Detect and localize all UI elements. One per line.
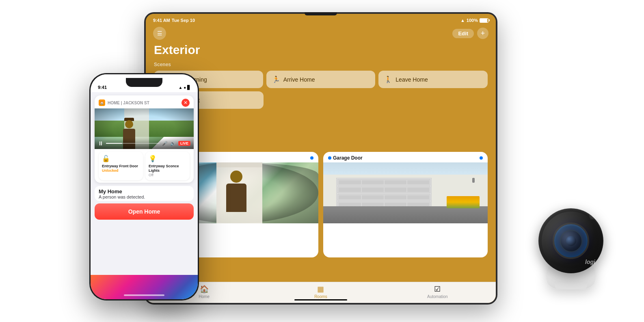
pause-icon: ⏸ bbox=[98, 140, 104, 147]
alert-section: My Home A person was detected. bbox=[95, 186, 194, 201]
person-head bbox=[230, 171, 242, 183]
statusbar-right: ▲ 100% bbox=[460, 18, 488, 23]
tab-home-icon: 🏠 bbox=[200, 285, 209, 294]
lock-tile[interactable]: 🔓 Entryway Front Door Unlocked bbox=[99, 151, 143, 180]
progress-fill bbox=[106, 143, 122, 144]
camera-lens-center bbox=[566, 236, 576, 246]
edit-button[interactable]: Edit bbox=[452, 29, 474, 38]
camera-lens-outer bbox=[553, 223, 589, 259]
open-home-section: Open Home bbox=[91, 203, 198, 223]
statusbar-time: 9:41 AM bbox=[153, 18, 170, 23]
tablet-toolbar: ☰ Edit + bbox=[146, 25, 496, 43]
app-icon: 🏠 bbox=[99, 99, 105, 106]
garage-feed-bg bbox=[323, 162, 488, 223]
close-notification-button[interactable]: ✕ bbox=[182, 99, 190, 107]
doorbell-person bbox=[222, 171, 251, 223]
progress-bar bbox=[106, 143, 160, 144]
camera-device: logi bbox=[538, 216, 603, 290]
feed-controls: ⏸ 🎤 🔊 LIVE bbox=[95, 138, 194, 149]
garage-camera-label: Garage Door bbox=[333, 155, 363, 161]
tablet-statusbar: 9:41 AM Tue Sep 10 ▲ 100% bbox=[146, 14, 496, 25]
toolbar-right: Edit + bbox=[452, 28, 488, 39]
tab-rooms[interactable]: ▦ Rooms bbox=[262, 285, 379, 299]
scene-arrive-home[interactable]: 🏃 Arrive Home bbox=[266, 71, 376, 88]
tab-automation-icon: ☑ bbox=[434, 285, 441, 294]
notification-header: 🏠 HOME | JACKSON ST ✕ bbox=[95, 95, 194, 108]
scene-leave-home[interactable]: 🚶 Leave Home bbox=[378, 71, 488, 88]
scene-leave-home-icon: 🚶 bbox=[384, 76, 392, 83]
scene-arrive-home-icon: 🏃 bbox=[272, 76, 280, 83]
statusbar-left: 9:41 AM Tue Sep 10 bbox=[153, 18, 195, 23]
statusbar-date: Tue Sep 10 bbox=[172, 18, 195, 23]
battery-fill bbox=[480, 19, 487, 22]
tab-automation[interactable]: ☑ Automation bbox=[379, 285, 496, 299]
camera-ball: logi bbox=[538, 208, 603, 273]
phone-bottom-gradient bbox=[91, 275, 198, 299]
tab-rooms-icon: ▦ bbox=[317, 285, 324, 294]
garage-camera-dot bbox=[328, 156, 331, 160]
app-name: HOME | JACKSON ST bbox=[108, 101, 179, 105]
battery-pct: 100% bbox=[467, 18, 478, 23]
mic-icon[interactable]: 🎤 bbox=[162, 141, 168, 146]
volume-icon[interactable]: 🔊 bbox=[170, 141, 176, 146]
home-indicator-tablet bbox=[294, 299, 347, 300]
light-name: Entryway Sconce Lights bbox=[149, 164, 186, 173]
camera-foot bbox=[555, 281, 587, 290]
garage-camera-header: Garage Door bbox=[323, 152, 488, 162]
notification-camera-feed: ⏸ 🎤 🔊 LIVE bbox=[95, 108, 194, 149]
live-badge: LIVE bbox=[178, 141, 190, 146]
wifi-icon: ▲ bbox=[460, 18, 465, 23]
phone-notch bbox=[126, 78, 162, 87]
scene-arrive-home-label: Arrive Home bbox=[283, 76, 315, 83]
tab-home-label: Home bbox=[199, 294, 210, 299]
phone-time: 9:41 bbox=[98, 85, 107, 90]
light-tile[interactable]: 💡 Entryway Sconce Lights Off bbox=[145, 151, 190, 180]
lock-icon: 🔓 bbox=[102, 155, 140, 162]
person-body bbox=[226, 184, 246, 212]
battery-icon bbox=[480, 18, 488, 23]
phone-device: 9:41 ▲ ● ▊ 🏠 HOME | JACKSON ST ✕ bbox=[89, 73, 199, 300]
phone-screen: 9:41 ▲ ● ▊ 🏠 HOME | JACKSON ST ✕ bbox=[91, 74, 198, 299]
scene-leave-home-label: Leave Home bbox=[395, 76, 428, 83]
camera-brand-logo: logi bbox=[585, 259, 595, 265]
tab-rooms-label: Rooms bbox=[314, 294, 327, 299]
phone-frame: 9:41 ▲ ● ▊ 🏠 HOME | JACKSON ST ✕ bbox=[89, 73, 199, 300]
light-status: Off bbox=[149, 173, 186, 177]
home-indicator bbox=[124, 294, 164, 296]
scenes-row-2: 🌙 Good Night bbox=[154, 91, 488, 109]
accessory-row: 🔓 Entryway Front Door Unlocked 💡 Entrywa… bbox=[95, 149, 194, 183]
scenes-label: Scenes bbox=[154, 62, 488, 67]
page-title: Exterior bbox=[154, 43, 488, 57]
lock-name: Entryway Front Door bbox=[102, 164, 140, 169]
garage-door-camera-card: Garage Door bbox=[323, 152, 488, 257]
menu-button[interactable]: ☰ bbox=[153, 27, 166, 40]
notification-card: 🏠 HOME | JACKSON ST ✕ bbox=[95, 95, 194, 183]
open-home-button[interactable]: Open Home bbox=[95, 203, 194, 220]
tablet-top-bar bbox=[305, 12, 337, 15]
light-icon: 💡 bbox=[149, 155, 186, 162]
phone-icons: ▲ ● ▊ bbox=[179, 85, 191, 90]
tab-automation-label: Automation bbox=[427, 294, 448, 299]
add-button[interactable]: + bbox=[477, 28, 488, 39]
doorbell-camera-dot-right bbox=[310, 156, 313, 160]
alert-home-name: My Home bbox=[99, 188, 190, 194]
camera-lens-inner bbox=[560, 230, 582, 252]
alert-message: A person was detected. bbox=[99, 194, 190, 199]
garage-camera-dot-right bbox=[480, 156, 483, 160]
garage-feed bbox=[323, 162, 488, 223]
lock-status: Unlocked bbox=[102, 169, 140, 173]
menu-icon: ☰ bbox=[157, 30, 162, 37]
notification-area: 🏠 HOME | JACKSON ST ✕ bbox=[91, 92, 198, 275]
scenes-grid: 🏠 Good Morning 🏃 Arrive Home 🚶 Leave Hom… bbox=[154, 71, 488, 88]
